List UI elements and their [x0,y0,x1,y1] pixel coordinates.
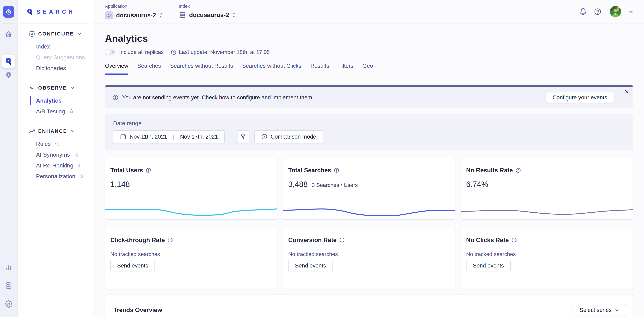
last-update-text: Last update: November 18th, at 17:05 [179,49,270,55]
total-users-sparkline [105,206,278,218]
star-icon[interactable]: ☆ [79,173,84,179]
tab-searches[interactable]: Searches [138,63,161,74]
card-value: 6.74% [466,180,488,189]
sidebar-item-ab-testing[interactable]: A/B Testing ☆ [36,106,93,117]
nav-section-observe: OBSERVE Analytics A/B Testing ☆ [29,85,93,117]
sidebar-item-rules[interactable]: Rules ☆ [36,138,93,149]
tab-geo[interactable]: Geo [362,63,373,74]
sidebar-item-label: AI Synonyms [36,152,70,158]
info-icon[interactable] [146,168,151,173]
recommend-lightbulb-icon[interactable] [2,69,15,81]
page-meta-row: × Include all replicas Last update: Nove… [105,49,633,55]
sidebar-item-index[interactable]: Index [36,41,93,52]
account-chevron-down-icon[interactable] [628,9,634,14]
info-icon[interactable] [168,238,173,243]
help-icon[interactable] [594,8,602,16]
include-replicas-toggle[interactable]: × [105,49,116,55]
funnel-icon [240,134,246,140]
configure-events-button[interactable]: Configure your events [546,92,614,103]
sidebar-item-label: Index [36,43,50,50]
rail-settings-gear-icon[interactable] [2,298,15,310]
configure-section-header[interactable]: CONFIGURE [29,30,93,37]
card-title: No Results Rate [466,167,513,174]
topbar-right-group [580,0,634,23]
sidebar-item-label: Personalization [36,173,75,180]
notifications-bell-icon[interactable] [580,8,587,16]
database-icon[interactable] [2,280,15,292]
section-label: CONFIGURE [38,31,74,37]
select-stepper-icon[interactable] [232,12,236,18]
star-icon[interactable]: ☆ [69,108,74,114]
stopwatch-app-icon[interactable] [3,6,14,18]
observe-section-header[interactable]: OBSERVE [29,85,93,91]
sidebar-item-query-suggestions[interactable]: Query Suggestions [36,52,93,63]
comparison-mode-label: Comparison mode [270,134,316,140]
search-product-icon[interactable] [2,55,15,68]
section-label: OBSERVE [38,85,67,91]
tab-searches-without-results[interactable]: Searches without Results [170,63,233,74]
send-events-button[interactable]: Send events [110,260,155,271]
logo-text: SEARCH [36,8,75,15]
send-events-button[interactable]: Send events [288,260,333,271]
trends-title: Trends Overview [114,306,162,314]
info-icon[interactable] [512,238,517,243]
no-results-rate-card: No Results Rate 6.74% [461,158,633,220]
home-icon[interactable] [2,28,15,40]
star-icon[interactable]: ☆ [74,152,79,158]
chevron-down-icon [70,85,75,90]
info-icon[interactable] [339,238,345,243]
tab-results[interactable]: Results [310,63,329,74]
index-value: docusaurus-2 [189,12,229,18]
date-range-separator: | [170,134,177,140]
clock-icon [171,49,176,55]
tab-searches-without-clicks[interactable]: Searches without Clicks [242,63,301,74]
last-update: Last update: November 18th, at 17:05 [171,49,270,55]
search-logo[interactable]: SEARCH [18,0,93,24]
sidebar-item-personalization[interactable]: Personalization ☆ [36,171,93,182]
card-value: 3,488 [288,180,308,189]
filter-funnel-button[interactable] [237,130,249,143]
index-selector[interactable]: docusaurus-2 [179,11,236,19]
toggle-knob [105,50,110,55]
star-icon[interactable]: ☆ [77,162,82,168]
sidebar-item-ai-re-ranking[interactable]: AI Re-Ranking ☆ [36,160,93,171]
info-icon[interactable] [334,168,339,173]
select-series-button[interactable]: Select series [573,304,626,316]
total-users-card: Total Users 1,148 [105,158,278,220]
comparison-mode-button[interactable]: Comparison mode [254,130,323,143]
card-title: Total Users [110,167,143,174]
sidebar-item-ai-synonyms[interactable]: AI Synonyms ☆ [36,149,93,160]
application-selector[interactable]: D2 docusaurus-2 [105,11,164,20]
user-avatar[interactable] [610,6,621,17]
controls-divider [231,130,231,143]
nav-section-enhance: ENHANCE Rules ☆ AI Synonyms ☆ AI Re-Rank… [29,128,93,182]
index-stack-icon [179,11,186,19]
select-stepper-icon[interactable] [159,12,164,19]
tab-filters[interactable]: Filters [338,63,354,74]
card-value-suffix: 3 Searches / Users [312,182,358,188]
click-through-rate-card: Click-through Rate No tracked searches S… [105,228,278,289]
trending-up-icon [29,128,35,134]
no-clicks-rate-card: No Clicks Rate No tracked searches Send … [461,228,633,289]
chevron-down-icon [70,128,75,134]
sidebar-item-analytics[interactable]: Analytics [36,95,93,106]
send-events-button[interactable]: Send events [466,260,511,271]
play-circle-icon [261,134,268,140]
tab-overview[interactable]: Overview [105,63,128,74]
application-selector-group: Application D2 docusaurus-2 [105,0,164,23]
banner-close-icon[interactable] [624,89,630,94]
sidebar-item-label: AI Re-Ranking [36,162,73,169]
total-searches-card: Total Searches 3,488 3 Searches / Users [283,158,455,220]
enhance-section-header[interactable]: ENHANCE [29,128,93,134]
info-icon [112,94,118,100]
event-cards-row: Click-through Rate No tracked searches S… [105,228,633,289]
application-badge: D2 [105,11,113,20]
star-icon[interactable]: ☆ [54,141,60,147]
bar-chart-icon[interactable] [2,261,15,273]
sidebar: SEARCH CONFIGURE Index [18,0,93,317]
date-range-picker[interactable]: Nov 11th, 2021 | Nov 17th, 2021 [113,130,225,143]
card-title: No Clicks Rate [466,236,509,244]
sidebar-item-dictionaries[interactable]: Dictionaries [36,63,93,74]
info-icon[interactable] [516,168,521,173]
empty-state-text: No tracked searches [466,251,628,257]
